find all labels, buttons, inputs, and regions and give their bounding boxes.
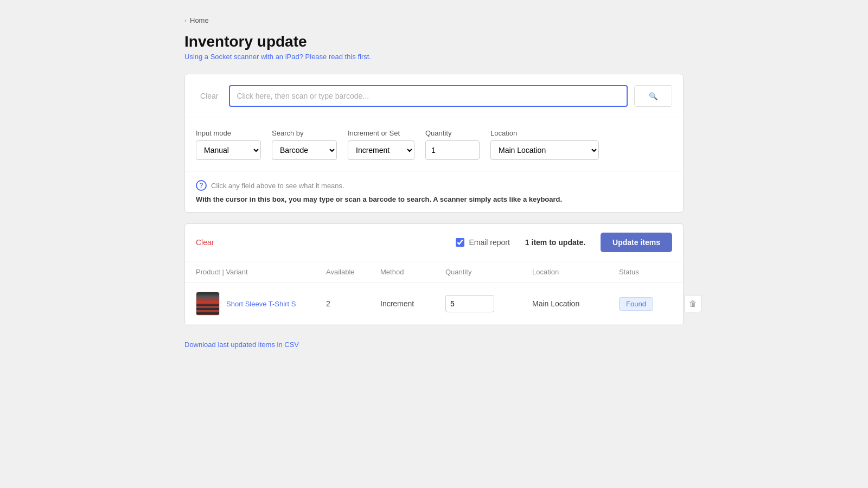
search-button[interactable]: 🔍: [634, 85, 672, 107]
product-delete-cell: 🗑: [684, 295, 717, 312]
clear-top-button[interactable]: Clear: [196, 89, 222, 102]
breadcrumb: ‹ Home: [184, 16, 684, 24]
home-link[interactable]: Home: [190, 16, 209, 24]
product-thumbnail: [196, 292, 220, 316]
product-location: Main Location: [532, 299, 619, 308]
search-by-select[interactable]: Barcode SKU Title: [272, 140, 337, 160]
increment-group: Increment or Set Increment Set: [348, 129, 414, 160]
back-chevron-icon: ‹: [184, 17, 187, 24]
page-title: Inventory update: [184, 33, 684, 50]
search-icon: 🔍: [649, 92, 658, 100]
quantity-group: Quantity: [425, 129, 480, 160]
table-row: Short Sleeve T-Shirt S 2 Increment Main …: [185, 283, 683, 325]
help-bold-text: With the cursor in this box, you may typ…: [196, 195, 672, 203]
trash-icon: 🗑: [689, 299, 697, 308]
update-items-button[interactable]: Update items: [601, 233, 672, 252]
product-available: 2: [326, 299, 380, 308]
page-subtitle-link[interactable]: Using a Socket scanner with an iPad? Ple…: [184, 53, 684, 61]
col-product: Product | Variant: [196, 268, 326, 276]
location-label: Location: [490, 129, 599, 137]
product-status-cell: Found: [619, 299, 684, 308]
search-by-group: Search by Barcode SKU Title: [272, 129, 337, 160]
col-method: Method: [380, 268, 445, 276]
product-method: Increment: [380, 299, 445, 308]
delete-row-button[interactable]: 🗑: [684, 295, 701, 312]
filters-section: Input mode Manual Auto Search by Barcode…: [185, 118, 683, 171]
help-row-1: ? Click any field above to see what it m…: [196, 180, 672, 191]
product-cell: Short Sleeve T-Shirt S: [196, 292, 326, 316]
increment-label: Increment or Set: [348, 129, 414, 137]
items-count: 1 item to update.: [525, 238, 585, 247]
download-csv-link[interactable]: Download last updated items in CSV: [184, 341, 299, 349]
email-report-checkbox[interactable]: [456, 238, 464, 247]
col-available: Available: [326, 268, 380, 276]
email-report-label: Email report: [469, 238, 509, 247]
help-click-text: Click any field above to see what it mea…: [211, 182, 344, 190]
items-card: Clear Email report 1 item to update. Upd…: [184, 223, 684, 325]
barcode-input[interactable]: [229, 85, 628, 107]
product-qty-input[interactable]: [445, 295, 494, 312]
actions-bar: Clear Email report 1 item to update. Upd…: [185, 224, 683, 261]
col-location: Location: [532, 268, 619, 276]
scanner-section: Clear 🔍: [185, 74, 683, 118]
scanner-card: Clear 🔍 Input mode Manual Auto Search by…: [184, 74, 684, 213]
col-actions: [684, 268, 717, 276]
table-header: Product | Variant Available Method Quant…: [185, 261, 683, 283]
product-qty-cell: [445, 295, 532, 312]
product-name-link[interactable]: Short Sleeve T-Shirt S: [226, 300, 296, 308]
col-status: Status: [619, 268, 684, 276]
col-quantity: Quantity: [445, 268, 532, 276]
input-mode-group: Input mode Manual Auto: [196, 129, 261, 160]
quantity-label: Quantity: [425, 129, 480, 137]
location-select[interactable]: Main Location Warehouse A Warehouse B: [490, 140, 599, 160]
quantity-filter-input[interactable]: [425, 140, 480, 160]
found-badge: Found: [619, 297, 653, 311]
question-mark-icon: ?: [199, 182, 203, 189]
input-mode-label: Input mode: [196, 129, 261, 137]
email-report-group: Email report: [456, 238, 509, 247]
location-group: Location Main Location Warehouse A Wareh…: [490, 129, 599, 160]
search-by-label: Search by: [272, 129, 337, 137]
increment-select[interactable]: Increment Set: [348, 140, 414, 160]
help-section: ? Click any field above to see what it m…: [185, 171, 683, 212]
clear-items-button[interactable]: Clear: [196, 238, 214, 247]
help-icon: ?: [196, 180, 207, 191]
input-mode-select[interactable]: Manual Auto: [196, 140, 261, 160]
